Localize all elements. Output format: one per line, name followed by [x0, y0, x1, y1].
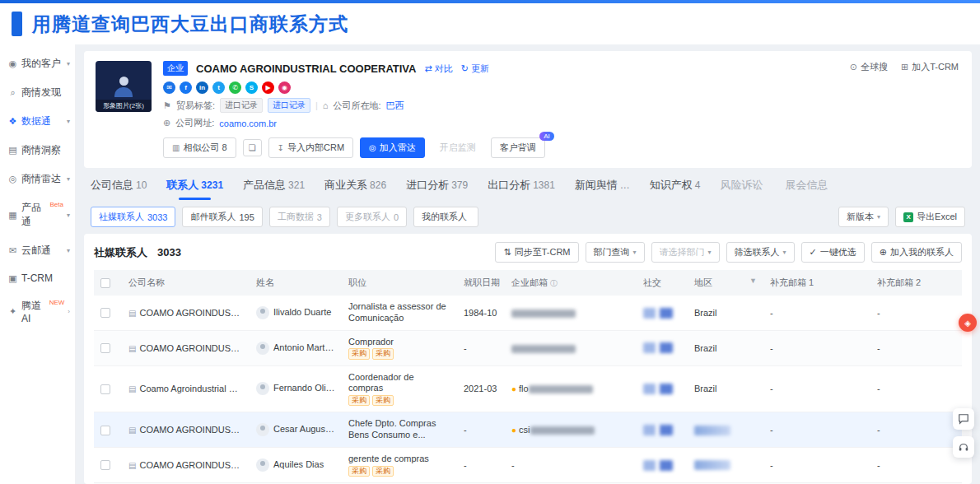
region-text: Brazil [694, 384, 717, 393]
tab[interactable]: 知识产权4 [650, 178, 701, 200]
feedback-chat-button[interactable] [953, 408, 974, 430]
promo-float-button[interactable]: ◈ [959, 314, 977, 332]
support-headset-button[interactable] [953, 436, 974, 458]
background-check-button[interactable]: 客户背调AI [491, 137, 545, 158]
table-action-button[interactable]: ⇅ 同步至T-CRM [495, 242, 578, 263]
youtube-icon[interactable]: ▶ [262, 81, 274, 94]
refresh-button[interactable]: ↻更新 [461, 63, 489, 75]
export-excel-button[interactable]: X导出Excel [895, 207, 965, 227]
sidebar-item[interactable]: ▦ 产品通 Beta ▾ [0, 193, 75, 236]
join-radar-button[interactable]: ◎加入雷达 [360, 137, 425, 158]
sidebar-item-label: 产品通 [21, 201, 48, 229]
table-action-button[interactable]: ⊕ 加入我的联系人 [871, 242, 962, 263]
select-all-checkbox[interactable] [100, 278, 110, 288]
import-crm-button[interactable]: ↧导入内部CRM [268, 137, 353, 158]
twitter-icon[interactable]: t [212, 81, 225, 94]
subfilter-bar: 社媒联系人 3033 邮件联系人 195 工商数据 3 更多联系人 0 我的联系… [84, 200, 972, 234]
sidebar-item[interactable]: ✦ 腾道AI NEW › [0, 291, 75, 332]
avatar [256, 342, 269, 355]
start-monitor-button[interactable]: 开启监测 [432, 138, 484, 157]
global-search-button[interactable]: ⊙全球搜 [850, 61, 888, 73]
row-checkbox[interactable] [100, 426, 110, 435]
skype-icon[interactable]: S [245, 81, 258, 94]
email-redacted [511, 309, 576, 318]
tab[interactable]: 公司信息10 [91, 178, 147, 200]
website-label: 公司网址: [175, 117, 214, 129]
social-links-redacted[interactable] [643, 425, 673, 435]
tab-count: 379 [451, 179, 468, 191]
table-row[interactable]: ▤COAMO AGROINDUSTRIAL COOPERAT... Cesar … [94, 412, 962, 448]
extra-email-2: - [870, 330, 962, 365]
linkedin-icon[interactable]: in [196, 81, 208, 94]
tab[interactable]: 新闻舆情… [575, 178, 630, 200]
hire-date: - [457, 330, 505, 365]
subfilter-chip[interactable]: 邮件联系人 195 [182, 207, 262, 227]
similar-companies-button[interactable]: ▥相似公司 8 [163, 137, 236, 158]
join-tcrm-button[interactable]: ⊞加入T-CRM [901, 61, 959, 73]
tab[interactable]: 产品信息321 [243, 178, 305, 200]
facebook-icon[interactable]: f [180, 81, 192, 94]
column-header: 地区▼ [688, 270, 763, 296]
table-row[interactable]: ▤Coamo Agroindustrial Cooperativa Fernan… [94, 365, 962, 412]
social-links-redacted[interactable] [643, 342, 673, 353]
social-links-redacted[interactable] [643, 460, 673, 471]
sidebar-item[interactable]: ⌕ 商情发现 [0, 78, 75, 107]
row-checkbox[interactable] [100, 460, 110, 470]
sidebar-item[interactable]: ◉ 我的客户 ▾ [0, 49, 75, 78]
table-row[interactable]: ▤COAMO AGROINDUSTRIAL COOPERAT... Ilival… [94, 296, 962, 330]
tab[interactable]: 进口分析379 [406, 178, 468, 200]
company-card: 形象图片(2张) 企业 COAMO AGROINDUSTRIAL COOPERA… [84, 51, 972, 168]
trade-tag[interactable]: 进口记录 [220, 98, 263, 113]
tab[interactable]: 商业关系826 [324, 178, 386, 200]
instagram-icon[interactable]: ◉ [278, 81, 291, 94]
tab-bar: 公司信息10 联系人3231 产品信息321 商业关系826 进口分析379 出… [84, 168, 972, 200]
subfilter-chip[interactable]: 更多联系人 0 [337, 207, 407, 227]
avatar [256, 306, 269, 319]
copy-button[interactable]: ❏ [243, 139, 262, 156]
table-row[interactable]: ▤COAMO AGROINDUSTRIAL COOPERAT... Antoni… [94, 330, 962, 365]
job-tags: 采购采购 [348, 347, 450, 359]
email-redacted [511, 345, 576, 353]
location-label: 公司所在地: [333, 100, 380, 112]
sidebar-item[interactable]: ◎ 商情雷达 ▾ [0, 165, 75, 193]
version-select[interactable]: 新版本▾ [838, 207, 889, 227]
website-link[interactable]: coamo.com.br [219, 119, 277, 128]
sidebar-item[interactable]: ❖ 数据通 ▾ [0, 107, 75, 136]
trade-tag[interactable]: 进口记录 [268, 98, 310, 113]
customer-icon: ◉ [7, 58, 18, 69]
region-flag-redacted [694, 426, 730, 435]
tab[interactable]: 风险诉讼 [721, 178, 766, 200]
tab[interactable]: 出口分析1381 [488, 178, 555, 200]
location-value[interactable]: 巴西 [386, 100, 404, 112]
row-checkbox[interactable] [100, 343, 110, 353]
email-icon[interactable]: ✉ [163, 81, 175, 94]
row-checkbox[interactable] [100, 384, 110, 394]
procurement-tag: 采购 [348, 466, 370, 477]
social-links-redacted[interactable] [643, 384, 673, 394]
hire-date: - [457, 447, 505, 482]
sidebar-item[interactable]: ▣ T-CRM [0, 265, 75, 291]
table-row[interactable]: ▤COAMO AGROINDUSTRIAL COOPERAT... Aquile… [94, 447, 962, 482]
subfilter-chip[interactable]: 社媒联系人 3033 [91, 207, 175, 227]
table-action-button[interactable]: 请选择部门 ▾ [651, 242, 720, 263]
filter-icon[interactable]: ▼ [749, 277, 757, 285]
company-icon: ▤ [128, 461, 136, 470]
subfilter-chip[interactable]: 我的联系人 [413, 207, 478, 227]
action-label: 请选择部门 [660, 246, 705, 258]
subfilter-chip[interactable]: 工商数据 3 [269, 207, 330, 227]
sidebar-item[interactable]: ✉ 云邮通 ▾ [0, 236, 75, 265]
compare-button[interactable]: ⇄对比 [424, 63, 452, 75]
table-action-button[interactable]: 部门查询 ▾ [586, 242, 645, 263]
table-action-button[interactable]: 筛选联系人 ▾ [726, 242, 795, 263]
table-action-button[interactable]: ✓ 一键优选 [801, 242, 865, 263]
tab-label: 知识产权 [650, 179, 693, 191]
extra-email-2: - [870, 365, 962, 412]
social-links-redacted[interactable] [643, 308, 673, 319]
whatsapp-icon[interactable]: ✆ [229, 81, 241, 94]
row-checkbox[interactable] [100, 308, 110, 318]
tab[interactable]: 展会信息 [786, 178, 831, 200]
tab[interactable]: 联系人3231 [166, 178, 223, 200]
subfilter-count: 0 [394, 212, 399, 222]
sidebar-item[interactable]: ▤ 商情洞察 [0, 136, 75, 165]
company-photo[interactable]: 形象图片(2张) [96, 61, 152, 112]
